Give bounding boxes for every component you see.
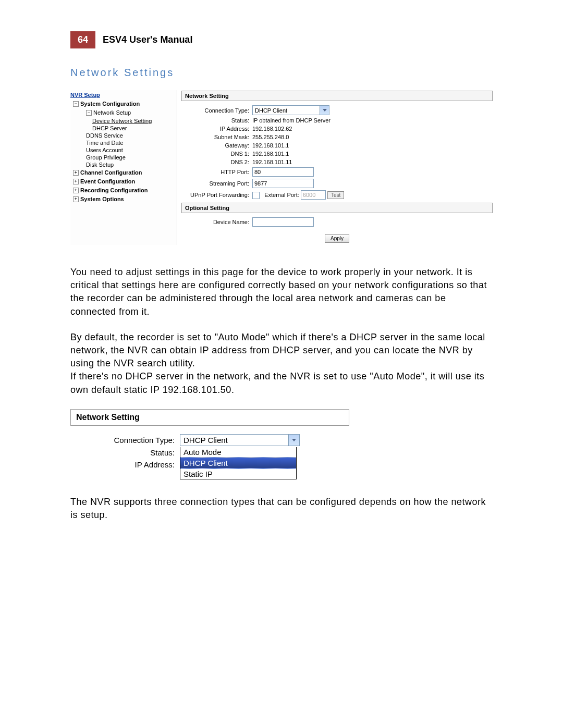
nav-event-config[interactable]: +Event Configuration <box>70 177 175 186</box>
ip-label-2: IP Address: <box>70 460 180 469</box>
manual-title: ESV4 User's Manual <box>95 31 200 48</box>
gateway-value: 192.168.101.1 <box>252 142 493 149</box>
stream-port-input[interactable] <box>252 179 314 188</box>
nav-tree: NVR Setup −System Configuration −Network… <box>70 90 177 245</box>
page-number: 64 <box>70 31 95 48</box>
nav-root[interactable]: NVR Setup <box>70 90 175 100</box>
stream-label: Streaming Port: <box>181 180 252 187</box>
nav-group[interactable]: Group Privilege <box>70 154 175 161</box>
ext-port-label: External Port: <box>264 192 299 198</box>
paragraph-2: By default, the recorder is set to "Auto… <box>70 331 493 371</box>
status-label-2: Status: <box>70 448 180 457</box>
dropdown-screenshot: Network Setting Connection Type: DHCP Cl… <box>70 409 349 480</box>
nav-users[interactable]: Users Account <box>70 146 175 154</box>
expand-icon[interactable]: + <box>73 179 79 184</box>
paragraph-3: If there's no DHCP server in the network… <box>70 370 493 396</box>
conn-type-label: Connection Type: <box>181 107 252 114</box>
status-label: Status: <box>181 117 252 124</box>
devname-label: Device Name: <box>181 219 252 225</box>
network-setting-header-2: Network Setting <box>70 409 349 426</box>
chevron-down-icon[interactable] <box>320 106 329 115</box>
network-setting-header: Network Setting <box>181 91 493 101</box>
collapse-icon[interactable]: − <box>73 101 79 107</box>
option-auto[interactable]: Auto Mode <box>180 447 296 458</box>
conn-type-label-2: Connection Type: <box>70 436 180 445</box>
dns2-label: DNS 2: <box>181 159 252 165</box>
nav-disk[interactable]: Disk Setup <box>70 161 175 168</box>
conn-type-select-2[interactable]: DHCP Client <box>180 434 300 446</box>
nav-ddns[interactable]: DDNS Service <box>70 132 175 139</box>
ip-label: IP Address: <box>181 126 252 132</box>
upnp-checkbox[interactable] <box>252 192 260 199</box>
conn-type-value-2: DHCP Client <box>180 436 288 445</box>
http-label: HTTP Port: <box>181 169 252 175</box>
subnet-label: Subnet Mask: <box>181 134 252 140</box>
conn-type-select[interactable]: DHCP Client <box>252 105 329 115</box>
option-static[interactable]: Static IP <box>180 468 296 479</box>
paragraph-4: The NVR supports three connection types … <box>70 496 493 522</box>
settings-panel: Network Setting Connection Type: DHCP Cl… <box>177 90 493 245</box>
option-dhcp[interactable]: DHCP Client <box>180 458 296 468</box>
device-name-input[interactable] <box>252 217 314 227</box>
paragraph-1: You need to adjust settings in this page… <box>70 266 493 318</box>
subnet-value: 255.255.248.0 <box>252 134 493 140</box>
ext-port-input[interactable] <box>301 190 326 200</box>
nav-channel-config[interactable]: +Channel Configuration <box>70 168 175 177</box>
expand-icon[interactable]: + <box>73 188 79 193</box>
nav-device-network[interactable]: Device Network Setting <box>70 117 175 125</box>
conn-type-value: DHCP Client <box>253 107 320 114</box>
dns2-value: 192.168.101.11 <box>252 159 493 165</box>
nav-recording-config[interactable]: +Recording Configuration <box>70 186 175 195</box>
section-title: Network Settings <box>70 67 493 79</box>
nav-time-date[interactable]: Time and Date <box>70 139 175 146</box>
nav-network-setup[interactable]: −Network Setup <box>70 108 175 117</box>
ip-value: 192.168.102.62 <box>252 126 493 132</box>
gateway-label: Gateway: <box>181 142 252 149</box>
conn-type-dropdown[interactable]: Auto Mode DHCP Client Static IP <box>180 447 297 479</box>
apply-button[interactable]: Apply <box>325 234 349 243</box>
collapse-icon[interactable]: − <box>86 110 92 116</box>
status-value: IP obtained from DHCP Server <box>252 117 493 124</box>
optional-setting-header: Optional Setting <box>181 203 493 213</box>
chevron-down-icon[interactable] <box>288 435 299 446</box>
nav-dhcp-server[interactable]: DHCP Server <box>70 125 175 132</box>
settings-screenshot: NVR Setup −System Configuration −Network… <box>70 90 493 245</box>
http-port-input[interactable] <box>252 167 314 177</box>
nav-system-config[interactable]: −System Configuration <box>70 100 175 108</box>
test-button[interactable]: Test <box>327 191 344 199</box>
nav-system-options[interactable]: +System Options <box>70 195 175 204</box>
expand-icon[interactable]: + <box>73 196 79 202</box>
dns1-value: 192.168.101.1 <box>252 151 493 157</box>
header-bar: 64 ESV4 User's Manual <box>70 31 493 48</box>
expand-icon[interactable]: + <box>73 170 79 176</box>
dns1-label: DNS 1: <box>181 151 252 157</box>
upnp-label: UPnP Port Forwarding: <box>181 192 252 198</box>
